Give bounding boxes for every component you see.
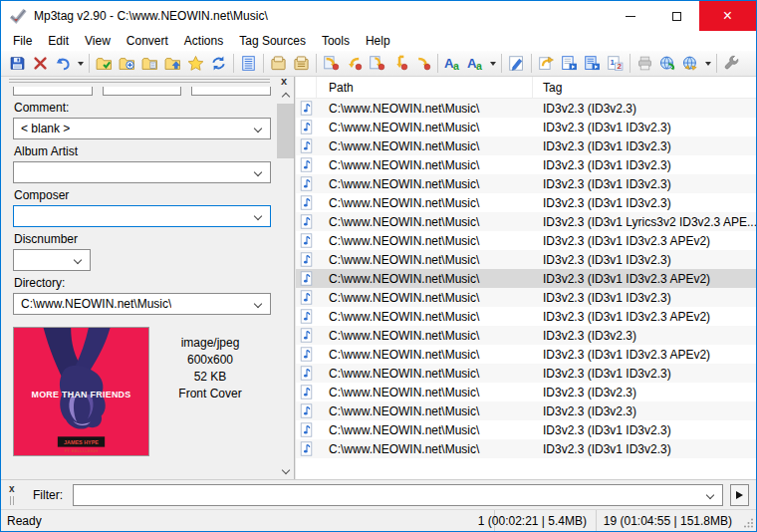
album-artist-combobox[interactable]	[13, 161, 271, 183]
file-row[interactable]: C:\www.NEOWIN.net\Music\ID3v2.3 (ID3v2.3…	[296, 401, 756, 420]
tag-panel-close-button[interactable]: x	[281, 75, 287, 87]
filter-close-button[interactable]: x	[9, 484, 25, 505]
file-tag-cell: ID3v2.3 (ID3v1 ID3v2.3)	[533, 139, 756, 153]
scroll-down-icon[interactable]	[277, 463, 294, 479]
clipped-combo[interactable]	[13, 87, 93, 96]
column-header-tag[interactable]: Tag	[533, 77, 756, 98]
file-row[interactable]: C:\www.NEOWIN.net\Music\ID3v2.3 (ID3v1 I…	[296, 307, 756, 326]
tag-panel-icon[interactable]	[237, 52, 260, 75]
filter-combobox[interactable]	[73, 484, 723, 506]
music-note-icon	[296, 366, 317, 381]
svg-text:2: 2	[617, 62, 622, 71]
scrollbar-thumb[interactable]	[277, 104, 294, 158]
file-row[interactable]: C:\www.NEOWIN.net\Music\ID3v2.3 (ID3v1 I…	[296, 288, 756, 307]
file-row[interactable]: C:\www.NEOWIN.net\Music\ID3v2.3 (ID3v1 I…	[296, 136, 756, 155]
filter-apply-button[interactable]	[730, 484, 749, 506]
discnumber-combobox[interactable]	[13, 249, 91, 271]
menu-item-edit[interactable]: Edit	[40, 32, 77, 50]
close-icon: ×	[723, 8, 732, 24]
clipped-combo[interactable]	[103, 87, 182, 96]
file-row[interactable]: C:\www.NEOWIN.net\Music\ID3v2.3 (ID3v2.3…	[296, 99, 756, 118]
file-row[interactable]: C:\www.NEOWIN.net\Music\ID3v2.3 (ID3v1 I…	[296, 439, 756, 458]
close-button[interactable]: ×	[699, 1, 756, 31]
filter-input[interactable]	[74, 485, 722, 505]
favorites-star-icon[interactable]	[184, 52, 207, 75]
toolbar-separator	[263, 54, 264, 73]
file-row[interactable]: C:\www.NEOWIN.net\Music\ID3v2.3 (ID3v1 I…	[296, 193, 756, 212]
menu-item-actions[interactable]: Actions	[176, 32, 231, 50]
column-header-icon[interactable]	[296, 77, 317, 98]
cover-title-text: MORE THAN FRIENDS	[31, 390, 130, 399]
refresh-icon[interactable]	[207, 52, 230, 75]
convert-filename-tag-icon[interactable]	[343, 52, 366, 75]
dropdown-chevron[interactable]	[487, 52, 498, 75]
playlist-selected-icon[interactable]	[581, 52, 604, 75]
file-row[interactable]: C:\www.NEOWIN.net\Music\ID3v2.3 (ID3v1 I…	[296, 155, 756, 174]
album-art-preview[interactable]: MORE THAN FRIENDS JAMES HYPE FT. KELLI-L…	[13, 327, 149, 456]
file-row[interactable]: C:\www.NEOWIN.net\Music\ID3v2.3 (ID3v2.3…	[296, 383, 756, 401]
convert-filename-filename-icon[interactable]	[366, 52, 388, 75]
menu-item-file[interactable]: File	[5, 32, 40, 50]
file-row[interactable]: C:\www.NEOWIN.net\Music\ID3v2.3 (ID3v1 I…	[296, 118, 756, 136]
file-row[interactable]: C:\www.NEOWIN.net\Music\ID3v2.3 (ID3v1 L…	[296, 212, 756, 231]
undo-icon[interactable]	[52, 52, 75, 75]
file-row[interactable]: C:\www.NEOWIN.net\Music\ID3v2.3 (ID3v1 I…	[296, 420, 756, 439]
convert-textfile-tag-icon[interactable]	[388, 52, 411, 75]
file-row[interactable]: C:\www.NEOWIN.net\Music\ID3v2.3 (ID3v1 I…	[296, 364, 756, 383]
svg-text:1: 1	[610, 58, 615, 67]
discnumber-label: Discnumber	[14, 233, 271, 246]
dropdown-chevron[interactable]	[702, 52, 713, 75]
music-note-icon	[296, 233, 317, 248]
menu-item-help[interactable]: Help	[358, 32, 398, 50]
file-list-header: Path Tag	[296, 77, 756, 99]
save-icon[interactable]	[6, 52, 29, 75]
web-sources-alt-icon[interactable]	[679, 52, 702, 75]
convert-tag-filename-icon[interactable]	[320, 52, 343, 75]
autonumbering-icon[interactable]: 12	[604, 52, 627, 75]
file-row[interactable]: C:\www.NEOWIN.net\Music\ID3v2.3 (ID3v2.3…	[296, 326, 756, 345]
dropdown-chevron[interactable]	[75, 52, 86, 75]
paste-tag-icon[interactable]	[290, 52, 313, 75]
clipped-combo[interactable]	[191, 87, 271, 96]
case-conversion-icon[interactable]: Aa	[441, 52, 464, 75]
menu-item-tools[interactable]: Tools	[314, 32, 358, 50]
music-note-icon	[296, 252, 317, 267]
composer-combobox[interactable]	[13, 205, 271, 227]
folder-parent-icon[interactable]	[161, 52, 184, 75]
resize-grip[interactable]	[741, 510, 756, 531]
toolbar-separator	[531, 54, 532, 73]
options-wrench-icon[interactable]	[720, 52, 743, 75]
comment-combobox[interactable]: < blank >	[13, 118, 271, 139]
folder-playlist-icon[interactable]	[138, 52, 161, 75]
minimize-button[interactable]	[608, 1, 653, 31]
directory-combobox[interactable]: C:\www.NEOWIN.net\Music\	[13, 293, 271, 315]
edit-tag-icon[interactable]	[505, 52, 528, 75]
maximize-button[interactable]	[653, 1, 699, 31]
menu-item-convert[interactable]: Convert	[119, 32, 176, 50]
file-row[interactable]: C:\www.NEOWIN.net\Music\ID3v2.3 (ID3v1 I…	[296, 269, 756, 288]
file-tag-cell: ID3v2.3 (ID3v1 ID3v2.3 APEv2)	[533, 310, 756, 324]
scrollbar-track[interactable]	[277, 103, 294, 463]
web-sources-icon[interactable]	[656, 52, 679, 75]
folder-change-icon[interactable]	[93, 52, 116, 75]
tag-panel-scrollbar[interactable]	[277, 87, 294, 479]
case-conversion-alt-icon[interactable]: Aa	[464, 52, 487, 75]
file-row[interactable]: C:\www.NEOWIN.net\Music\ID3v2.3 (ID3v1 I…	[296, 231, 756, 250]
export-icon[interactable]	[535, 52, 558, 75]
title-bar[interactable]: Mp3tag v2.90 - C:\www.NEOWIN.net\Music\ …	[1, 1, 756, 31]
folder-add-icon[interactable]	[116, 52, 138, 75]
playlist-icon[interactable]	[558, 52, 581, 75]
menu-item-view[interactable]: View	[77, 32, 119, 50]
menu-item-tag-sources[interactable]: Tag Sources	[231, 32, 314, 50]
remove-tag-icon[interactable]	[29, 52, 52, 75]
convert-tag-tag-icon[interactable]	[411, 52, 434, 75]
print-icon[interactable]	[633, 52, 656, 75]
tag-panel-grip[interactable]: x	[1, 77, 294, 87]
scroll-up-icon[interactable]	[277, 87, 294, 103]
file-row[interactable]: C:\www.NEOWIN.net\Music\ID3v2.3 (ID3v1 I…	[296, 174, 756, 193]
copy-tag-icon[interactable]	[267, 52, 290, 75]
file-row[interactable]: C:\www.NEOWIN.net\Music\ID3v2.3 (ID3v1 I…	[296, 345, 756, 364]
comment-value: < blank >	[21, 122, 70, 135]
file-row[interactable]: C:\www.NEOWIN.net\Music\ID3v2.3 (ID3v1 I…	[296, 250, 756, 269]
column-header-path[interactable]: Path	[317, 77, 533, 98]
